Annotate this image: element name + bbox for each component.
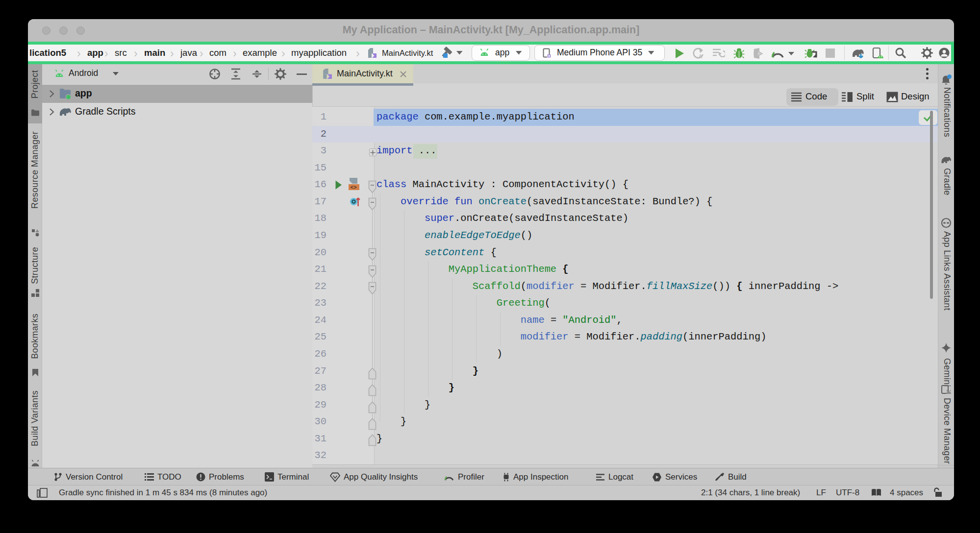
- svg-text:A: A: [699, 53, 703, 59]
- svg-text:<>: <>: [351, 185, 357, 191]
